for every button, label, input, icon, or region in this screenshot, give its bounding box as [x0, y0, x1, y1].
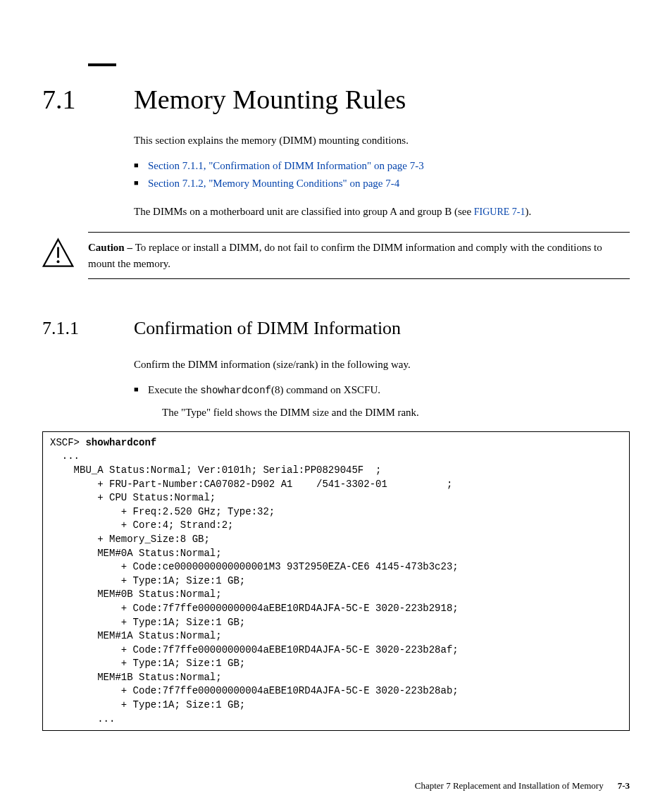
page-footer: Chapter 7 Replacement and Installation o…	[42, 780, 630, 791]
instruction-list: Execute the showhardconf(8) command on X…	[134, 381, 630, 421]
footer-chapter: Chapter 7 Replacement and Installation o…	[415, 780, 604, 791]
svg-point-2	[57, 260, 60, 263]
para-text: The DIMMs on a motherboard unit are clas…	[134, 206, 474, 217]
caution-label: Caution –	[88, 242, 135, 253]
section-number: 7.1	[42, 84, 134, 115]
figure-ref[interactable]: FIGURE 7-1	[474, 207, 525, 217]
link-item-1: Section 7.1.1, "Confirmation of DIMM Inf…	[134, 157, 630, 175]
link-item-2: Section 7.1.2, "Memory Mounting Conditio…	[134, 175, 630, 193]
code-command: showhardconf	[85, 437, 156, 448]
code-prompt: XSCF>	[50, 437, 85, 448]
group-para: The DIMMs on a motherboard unit are clas…	[134, 204, 630, 220]
code-output: ... MBU_A Status:Normal; Ver:0101h; Seri…	[50, 450, 459, 724]
subsection-heading: 7.1.1 Confirmation of DIMM Information	[42, 318, 630, 339]
section-rule	[88, 63, 116, 66]
instruction-sub: The "Type" field shows the DIMM size and…	[162, 405, 630, 421]
xref-link[interactable]: Section 7.1.2, "Memory Mounting Conditio…	[148, 178, 399, 189]
instruction-post: (8) command on XSCFU.	[271, 384, 380, 395]
caution-body: To replace or install a DIMM, do not fai…	[88, 242, 602, 269]
footer-page: 7-3	[618, 780, 630, 791]
instruction-item: Execute the showhardconf(8) command on X…	[134, 381, 630, 421]
para-text: ).	[525, 206, 532, 217]
code-block: XSCF> showhardconf ... MBU_A Status:Norm…	[42, 431, 630, 731]
section-heading: 7.1 Memory Mounting Rules	[42, 84, 630, 115]
link-list: Section 7.1.1, "Confirmation of DIMM Inf…	[134, 157, 630, 193]
subsection-title: Confirmation of DIMM Information	[134, 318, 401, 339]
xref-link[interactable]: Section 7.1.1, "Confirmation of DIMM Inf…	[148, 160, 424, 171]
section-title: Memory Mounting Rules	[134, 84, 406, 115]
intro-para: This section explains the memory (DIMM) …	[134, 133, 630, 149]
warning-icon	[42, 232, 81, 272]
command-name: showhardconf	[200, 385, 271, 396]
caution-block: Caution – To replace or install a DIMM, …	[42, 232, 630, 279]
subsection-intro: Confirm the DIMM information (size/rank)…	[134, 357, 630, 373]
instruction-pre: Execute the	[148, 384, 200, 395]
subsection-number: 7.1.1	[42, 318, 134, 339]
caution-text: Caution – To replace or install a DIMM, …	[88, 232, 630, 279]
